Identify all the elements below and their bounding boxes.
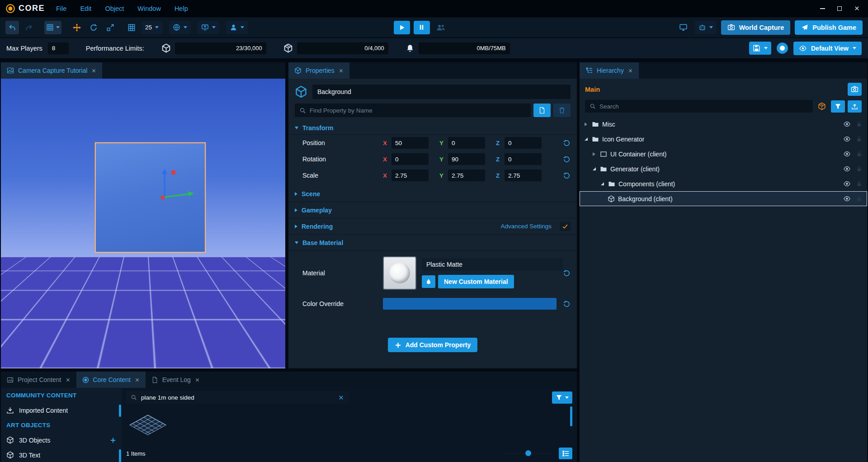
- rotation-x-input[interactable]: [392, 153, 429, 165]
- lock-icon[interactable]: [856, 151, 863, 157]
- copy-properties-button[interactable]: [533, 104, 551, 117]
- multiplayer-preview-button[interactable]: [436, 23, 445, 32]
- section-transform[interactable]: Transform: [288, 122, 577, 135]
- lock-icon[interactable]: [856, 195, 863, 202]
- hierarchy-search-input[interactable]: [599, 103, 808, 110]
- material-name-value[interactable]: Plastic Matte: [422, 258, 563, 271]
- play-button[interactable]: [394, 21, 410, 34]
- tab-event-log[interactable]: Event Log: [146, 372, 206, 388]
- world-capture-button[interactable]: World Capture: [721, 20, 791, 35]
- reset-color-override-button[interactable]: [563, 300, 571, 308]
- world-settings-dropdown[interactable]: [169, 21, 191, 34]
- scale-tool-button[interactable]: [104, 21, 117, 34]
- expander-expanded-icon[interactable]: [583, 137, 589, 141]
- menu-edit[interactable]: Edit: [73, 0, 98, 17]
- material-picker-button[interactable]: [422, 275, 435, 288]
- reset-scale-button[interactable]: [563, 172, 571, 179]
- lock-icon[interactable]: [856, 136, 863, 142]
- grid-toggle-button[interactable]: [125, 21, 138, 34]
- tree-row-background-selected[interactable]: Background (client): [580, 191, 867, 206]
- tab-core-content[interactable]: Core Content: [76, 372, 146, 388]
- help-button[interactable]: [777, 42, 788, 54]
- close-tab-icon[interactable]: [135, 377, 140, 382]
- expander-expanded-icon[interactable]: [599, 182, 605, 185]
- expander-expanded-icon[interactable]: [591, 167, 597, 170]
- minimize-button[interactable]: [815, 2, 830, 15]
- viewport-canvas[interactable]: [1, 79, 285, 368]
- sidebar-item-3d-objects[interactable]: 3D Objects: [1, 433, 122, 448]
- close-tab-icon[interactable]: [66, 377, 71, 382]
- tree-row-components[interactable]: Components (client): [580, 176, 867, 191]
- object-name-input[interactable]: [312, 85, 571, 99]
- pause-button[interactable]: [414, 21, 430, 34]
- save-dropdown-button[interactable]: [749, 42, 771, 55]
- visibility-eye-icon[interactable]: [843, 180, 851, 188]
- rotation-y-input[interactable]: [448, 153, 485, 165]
- menu-object[interactable]: Object: [98, 0, 131, 17]
- preview-window-button[interactable]: [677, 21, 690, 34]
- section-base-material[interactable]: Base Material: [288, 235, 577, 251]
- publish-game-button[interactable]: Publish Game: [795, 20, 863, 35]
- tab-properties[interactable]: Properties: [288, 62, 349, 79]
- redo-button[interactable]: [22, 21, 36, 34]
- view-mode-button[interactable]: [559, 448, 572, 459]
- menu-file[interactable]: File: [49, 0, 73, 17]
- close-tab-icon[interactable]: [91, 68, 96, 73]
- close-tab-icon[interactable]: [195, 377, 200, 382]
- thumbnail-size-slider[interactable]: [503, 453, 552, 454]
- add-custom-property-button[interactable]: Add Custom Property: [388, 338, 478, 352]
- expander-collapsed-icon[interactable]: [583, 123, 589, 126]
- visibility-eye-icon[interactable]: [843, 195, 851, 203]
- restore-button[interactable]: [832, 2, 847, 15]
- menu-help[interactable]: Help: [168, 0, 195, 17]
- menu-window[interactable]: Window: [131, 0, 168, 17]
- sidebar-item-3d-text[interactable]: 3D Text: [1, 448, 122, 462]
- rotation-z-input[interactable]: [505, 153, 542, 165]
- visibility-eye-icon[interactable]: [843, 165, 851, 173]
- property-search-box[interactable]: [295, 104, 531, 117]
- lock-icon[interactable]: [856, 121, 863, 127]
- material-preview[interactable]: [383, 256, 416, 290]
- expander-collapsed-icon[interactable]: [591, 152, 597, 156]
- hierarchy-search-box[interactable]: [585, 100, 813, 113]
- move-tool-button[interactable]: [70, 21, 84, 34]
- close-button[interactable]: [849, 2, 864, 15]
- tree-row-generator[interactable]: Generator (client): [580, 161, 867, 176]
- scene-capture-button[interactable]: [848, 83, 862, 96]
- content-search-input[interactable]: [141, 394, 334, 401]
- section-scene[interactable]: Scene: [288, 186, 577, 202]
- tab-hierarchy[interactable]: Hierarchy: [580, 62, 639, 79]
- player-view-dropdown[interactable]: [226, 21, 248, 34]
- content-filter-dropdown[interactable]: [552, 391, 572, 404]
- sidebar-scrollbar-thumb[interactable]: [119, 405, 121, 417]
- undo-button[interactable]: [5, 21, 19, 34]
- tab-project-content[interactable]: Project Content: [1, 372, 76, 388]
- scale-y-input[interactable]: [448, 170, 485, 181]
- reset-material-button[interactable]: [563, 269, 571, 277]
- section-rendering[interactable]: Rendering Advanced Settings: [288, 218, 577, 235]
- hierarchy-filter-button[interactable]: [831, 100, 845, 113]
- reset-position-button[interactable]: [563, 139, 571, 147]
- max-players-input[interactable]: [48, 42, 69, 54]
- delete-properties-button[interactable]: [553, 104, 571, 117]
- reset-rotation-button[interactable]: [563, 156, 571, 163]
- new-custom-material-button[interactable]: New Custom Material: [438, 275, 514, 288]
- visibility-eye-icon[interactable]: [843, 135, 851, 143]
- add-3d-object-button[interactable]: [110, 437, 116, 443]
- rotate-tool-button[interactable]: [87, 21, 100, 34]
- visibility-eye-icon[interactable]: [843, 150, 851, 158]
- bot-tools-dropdown[interactable]: [695, 21, 717, 34]
- grid-size-dropdown[interactable]: 25: [142, 21, 162, 34]
- advanced-settings-link[interactable]: Advanced Settings: [500, 223, 552, 230]
- property-search-input[interactable]: [310, 107, 526, 114]
- scale-z-input[interactable]: [505, 170, 542, 181]
- position-z-input[interactable]: [505, 137, 542, 149]
- scale-x-input[interactable]: [392, 170, 429, 181]
- lock-icon[interactable]: [856, 165, 863, 172]
- advanced-settings-toggle[interactable]: [560, 222, 571, 231]
- close-tab-icon[interactable]: [628, 68, 633, 73]
- sidebar-scrollbar-thumb[interactable]: [119, 449, 121, 462]
- clear-search-button[interactable]: [338, 395, 344, 401]
- close-tab-icon[interactable]: [339, 68, 344, 73]
- tree-row-ui-container[interactable]: UI Container (client): [580, 146, 867, 161]
